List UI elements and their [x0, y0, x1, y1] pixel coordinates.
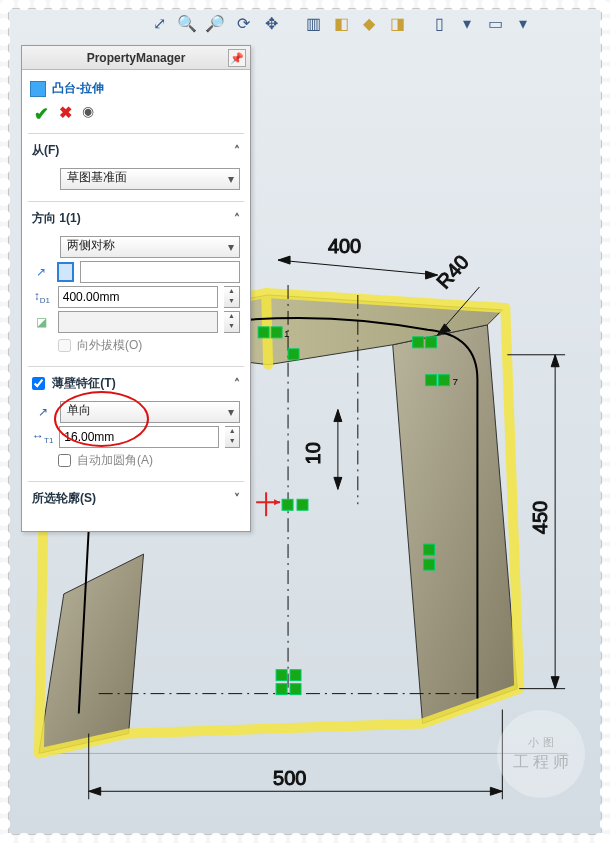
svg-marker-43	[274, 499, 280, 505]
direction-field[interactable]	[57, 262, 74, 282]
ok-button[interactable]: ✔	[34, 103, 49, 125]
section-view-icon[interactable]: ▥	[303, 13, 323, 33]
svg-rect-28	[413, 337, 424, 348]
dim-bottom: 500	[273, 767, 306, 789]
display-style-icon[interactable]: ◧	[331, 13, 351, 33]
scene-icon[interactable]: ◨	[387, 13, 407, 33]
draft-input	[58, 311, 218, 333]
draft-spinner: ▲▼	[224, 311, 240, 333]
screen-capture-icon[interactable]: ▭	[485, 13, 505, 33]
from-plane-select[interactable]: 草图基准面	[60, 168, 240, 190]
zoom-area-icon[interactable]: 🔍	[177, 13, 197, 33]
thin-feature-checkbox[interactable]	[32, 377, 45, 390]
svg-rect-37	[276, 670, 287, 681]
view-toolbar: ⤢ 🔍 🔎 ⟳ ✥ ▥ ◧ ◆ ◨ ▯ ▾ ▭ ▾	[149, 11, 561, 35]
depth-spinner[interactable]: ▲▼	[224, 286, 240, 308]
svg-marker-17	[551, 355, 559, 367]
svg-text:1: 1	[284, 328, 290, 339]
svg-rect-31	[439, 375, 450, 386]
svg-rect-36	[424, 559, 435, 570]
dropdown-icon[interactable]: ▾	[457, 13, 477, 33]
svg-rect-24	[258, 327, 269, 338]
preview-button[interactable]: ◉	[82, 103, 94, 125]
zoom-fit-icon[interactable]: ⤢	[149, 13, 169, 33]
direction-input[interactable]	[80, 261, 240, 283]
pan-icon[interactable]: ✥	[261, 13, 281, 33]
svg-marker-7	[278, 256, 290, 264]
pin-button[interactable]: 📌	[228, 49, 246, 67]
dim-height: 450	[529, 501, 551, 534]
svg-rect-33	[282, 499, 293, 510]
zoom-window-icon[interactable]: 🔎	[205, 13, 225, 33]
svg-marker-13	[334, 477, 342, 489]
svg-rect-29	[426, 337, 437, 348]
chevron-up-icon: ˄	[234, 212, 240, 226]
reverse-thin-icon[interactable]: ↗	[32, 405, 54, 419]
svg-marker-12	[334, 410, 342, 422]
depth-input[interactable]	[58, 286, 218, 308]
property-manager-panel: PropertyManager 📌 凸台-拉伸 ✔ ✖ ◉ 从(F) ˄ 草	[21, 45, 251, 532]
section-direction-header[interactable]: 方向 1(1) ˄	[32, 208, 240, 233]
dim-mid: 10	[302, 442, 324, 464]
svg-marker-1	[39, 554, 144, 753]
feature-name: 凸台-拉伸	[52, 80, 104, 97]
hide-show-icon[interactable]: ◆	[359, 13, 379, 33]
svg-marker-22	[89, 787, 101, 795]
pm-title: PropertyManager	[87, 51, 186, 65]
svg-rect-27	[288, 349, 299, 360]
chevron-up-icon: ˄	[234, 377, 240, 391]
rotate-view-icon[interactable]: ⟳	[233, 13, 253, 33]
view-orientation-icon[interactable]: ▯	[429, 13, 449, 33]
end-condition-select[interactable]: 两侧对称	[60, 236, 240, 258]
svg-rect-35	[424, 544, 435, 555]
extrude-feature-icon	[30, 81, 46, 97]
depth-icon: ↕D1	[32, 289, 52, 305]
thickness-spinner[interactable]: ▲▼	[225, 426, 240, 448]
section-contour-header[interactable]: 所选轮廓(S) ˅	[32, 488, 240, 513]
svg-rect-38	[290, 670, 301, 681]
dim-top: 400	[328, 235, 361, 257]
thickness-icon: ↔T1	[32, 429, 53, 445]
chevron-up-icon: ˄	[234, 144, 240, 158]
svg-rect-30	[426, 375, 437, 386]
dim-radius: R40	[432, 251, 473, 293]
svg-rect-39	[276, 684, 287, 695]
watermark-logo: 小 图 工 程 师	[497, 710, 585, 798]
section-thin-header[interactable]: 薄壁特征(T) ˄	[32, 373, 240, 398]
pm-title-bar: PropertyManager 📌	[22, 46, 250, 70]
feature-header: 凸台-拉伸	[28, 76, 244, 101]
svg-text:7: 7	[453, 376, 459, 387]
section-from-header[interactable]: 从(F) ˄	[32, 140, 240, 165]
app-frame: ⤢ 🔍 🔎 ⟳ ✥ ▥ ◧ ◆ ◨ ▯ ▾ ▭ ▾	[8, 8, 602, 835]
draft-outward-checkbox[interactable]: 向外拔模(O)	[32, 337, 240, 354]
svg-line-6	[278, 260, 437, 275]
chevron-down-icon: ˅	[234, 492, 240, 506]
draft-icon[interactable]: ◪	[32, 315, 52, 329]
svg-marker-18	[551, 677, 559, 689]
thin-type-select[interactable]: 单向	[60, 401, 240, 423]
cancel-button[interactable]: ✖	[59, 103, 72, 125]
thickness-input[interactable]	[59, 426, 219, 448]
dropdown-icon-2[interactable]: ▾	[513, 13, 533, 33]
svg-marker-23	[490, 787, 502, 795]
auto-fillet-checkbox[interactable]: 自动加圆角(A)	[32, 452, 240, 469]
svg-rect-34	[297, 499, 308, 510]
svg-rect-40	[290, 684, 301, 695]
svg-rect-25	[271, 327, 282, 338]
reverse-direction-icon[interactable]: ↗	[32, 265, 51, 279]
